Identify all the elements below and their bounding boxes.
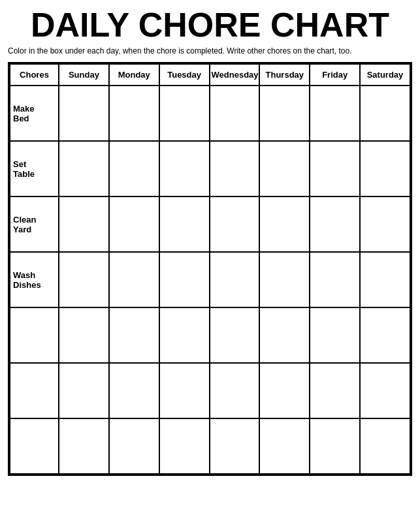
chore-label: [10, 363, 59, 418]
col-header-friday: Friday: [310, 64, 360, 86]
col-header-monday: Monday: [109, 64, 159, 86]
col-header-wednesday: Wednesday: [210, 64, 260, 86]
day-cell[interactable]: [259, 252, 310, 307]
day-cell[interactable]: [310, 252, 360, 307]
day-cell[interactable]: [360, 86, 410, 141]
day-cell[interactable]: [360, 363, 410, 418]
day-cell[interactable]: [310, 86, 360, 141]
chart-container: Chores Sunday Monday Tuesday Wednesday T…: [8, 62, 412, 476]
day-cell[interactable]: [109, 196, 159, 252]
table-row: [10, 307, 410, 363]
day-cell[interactable]: [109, 86, 159, 141]
chore-label: WashDishes: [10, 252, 59, 307]
day-cell[interactable]: [159, 418, 210, 474]
day-cell[interactable]: [259, 418, 310, 474]
table-row: CleanYard: [10, 196, 410, 252]
day-cell[interactable]: [159, 141, 210, 196]
day-cell[interactable]: [360, 418, 410, 474]
day-cell[interactable]: [109, 252, 159, 307]
day-cell[interactable]: [259, 86, 310, 141]
day-cell[interactable]: [310, 141, 360, 196]
day-cell[interactable]: [210, 196, 260, 252]
header-row: Chores Sunday Monday Tuesday Wednesday T…: [10, 64, 410, 86]
table-row: MakeBed: [10, 86, 410, 141]
table-row: WashDishes: [10, 252, 410, 307]
col-header-sunday: Sunday: [59, 64, 109, 86]
day-cell[interactable]: [210, 252, 260, 307]
page-title: DAILY CHORE CHART: [8, 7, 412, 44]
day-cell[interactable]: [259, 363, 310, 418]
day-cell[interactable]: [159, 252, 210, 307]
day-cell[interactable]: [259, 307, 310, 363]
chore-label: [10, 418, 59, 474]
day-cell[interactable]: [360, 252, 410, 307]
day-cell[interactable]: [109, 307, 159, 363]
table-row: [10, 418, 410, 474]
day-cell[interactable]: [159, 363, 210, 418]
day-cell[interactable]: [59, 363, 109, 418]
day-cell[interactable]: [310, 418, 360, 474]
day-cell[interactable]: [59, 307, 109, 363]
day-cell[interactable]: [360, 196, 410, 252]
table-row: SetTable: [10, 141, 410, 196]
subtitle: Color in the box under each day, when th…: [8, 46, 412, 55]
chore-label: CleanYard: [10, 196, 59, 252]
day-cell[interactable]: [259, 196, 310, 252]
day-cell[interactable]: [210, 307, 260, 363]
day-cell[interactable]: [159, 196, 210, 252]
day-cell[interactable]: [210, 141, 260, 196]
day-cell[interactable]: [310, 307, 360, 363]
day-cell[interactable]: [360, 141, 410, 196]
table-row: [10, 363, 410, 418]
day-cell[interactable]: [59, 141, 109, 196]
day-cell[interactable]: [59, 196, 109, 252]
day-cell[interactable]: [59, 252, 109, 307]
day-cell[interactable]: [210, 86, 260, 141]
day-cell[interactable]: [159, 86, 210, 141]
day-cell[interactable]: [159, 307, 210, 363]
day-cell[interactable]: [109, 363, 159, 418]
col-header-saturday: Saturday: [360, 64, 410, 86]
day-cell[interactable]: [360, 307, 410, 363]
chore-label: [10, 307, 59, 363]
day-cell[interactable]: [210, 363, 260, 418]
day-cell[interactable]: [310, 363, 360, 418]
col-header-chores: Chores: [10, 64, 59, 86]
day-cell[interactable]: [109, 141, 159, 196]
day-cell[interactable]: [310, 196, 360, 252]
day-cell[interactable]: [59, 86, 109, 141]
col-header-tuesday: Tuesday: [159, 64, 210, 86]
day-cell[interactable]: [109, 418, 159, 474]
day-cell[interactable]: [259, 141, 310, 196]
chore-label: SetTable: [10, 141, 59, 196]
day-cell[interactable]: [210, 418, 260, 474]
chore-label: MakeBed: [10, 86, 59, 141]
day-cell[interactable]: [59, 418, 109, 474]
col-header-thursday: Thursday: [259, 64, 310, 86]
